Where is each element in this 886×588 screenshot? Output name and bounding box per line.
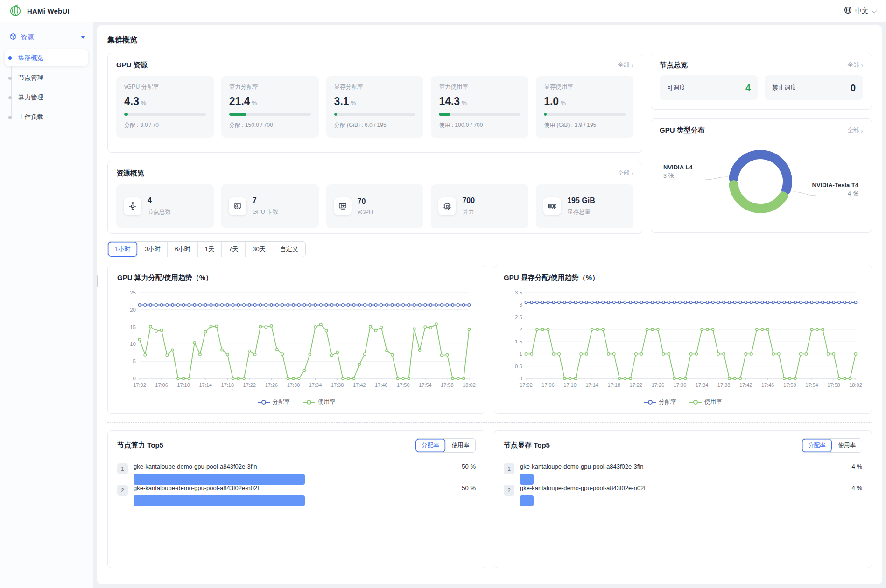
toggle-alloc-rate[interactable]: 分配率 xyxy=(802,439,832,452)
resource-label: GPU 卡数 xyxy=(253,208,279,216)
memory-trend-card: GPU 显存分配/使用趋势（%） 00.511.522.533.517:0217… xyxy=(494,265,872,414)
resource-tile-compute: 700算力 xyxy=(431,184,528,228)
toggle-usage-rate[interactable]: 使用率 xyxy=(446,439,476,452)
svg-text:17:58: 17:58 xyxy=(441,382,454,388)
sidebar-section-resources[interactable]: 资源 xyxy=(0,29,93,46)
node-compute-top5-title: 节点算力 Top5 xyxy=(117,441,163,450)
node-name: gke-kantaloupe-demo-gpu-pool-a843f02e-3f… xyxy=(520,463,644,470)
language-selector[interactable]: 中文 xyxy=(844,6,876,16)
legend-alloc-rate[interactable]: 分配率 xyxy=(644,398,677,406)
bar-track xyxy=(134,474,476,485)
svg-text:20: 20 xyxy=(130,307,136,313)
gpu-type-pie-chart[interactable]: NVIDIA L4 3 张 NVIDIA-Tesla T4 4 张 xyxy=(660,137,863,226)
legend-usage-rate[interactable]: 使用率 xyxy=(303,398,336,406)
node-tile-label: 禁止调度 xyxy=(772,84,796,92)
unschedulable-count: 0 xyxy=(851,83,856,93)
node-overview-card: 节点总览 全部 › 可调度 4 禁止调 xyxy=(651,53,872,110)
stat-detail: 分配 (GiB) : 6.0 / 195 xyxy=(334,121,416,129)
tab-7d[interactable]: 7天 xyxy=(222,242,246,257)
resource-tile-nodes: 4节点总数 xyxy=(116,184,214,228)
sidebar-item-compute-management[interactable]: 算力管理 xyxy=(0,90,88,105)
gpu-type-distribution-title: GPU 类型分布 xyxy=(660,126,705,135)
sidebar-item-workloads[interactable]: 工作负载 xyxy=(0,109,88,125)
sidebar-item-label: 节点管理 xyxy=(18,74,43,82)
tab-1h[interactable]: 1小时 xyxy=(108,242,138,257)
tab-1d[interactable]: 1天 xyxy=(198,242,222,257)
stat-value: 14.3 xyxy=(439,95,460,108)
svg-text:18:02: 18:02 xyxy=(463,382,476,388)
resource-label: 显存总量 xyxy=(567,208,595,216)
compute-trend-chart[interactable]: 051015202517:0217:0617:1017:1417:1817:22… xyxy=(117,286,476,395)
stat-tile-compute-alloc: 算力分配率 21.4% 分配 : 150.0 / 700 xyxy=(221,76,319,138)
compute-top5-toggle: 分配率 使用率 xyxy=(415,438,476,453)
time-range-tabs: 1小时 3小时 6小时 1天 7天 30天 自定义 xyxy=(107,241,306,257)
node-tile-unschedulable: 禁止调度 0 xyxy=(765,75,863,100)
resource-tile-memory: 195 GiB显存总量 xyxy=(536,184,633,228)
resource-value: 7 xyxy=(253,196,279,205)
gpu-type-all-link[interactable]: 全部 › xyxy=(847,126,863,134)
compute-trend-card: GPU 算力分配/使用趋势（%） 051015202517:0217:0617:… xyxy=(107,265,485,414)
svg-text:17:22: 17:22 xyxy=(630,382,643,388)
section-divider xyxy=(107,422,872,423)
sidebar-item-node-management[interactable]: 节点管理 xyxy=(0,70,88,86)
gpu-resources-card: GPU 资源 全部 › vGPU 分配率 4.3% 分配 : 3 xyxy=(107,53,642,153)
gpu-type-distribution-card: GPU 类型分布 全部 › NVIDIA L4 3 张 xyxy=(651,118,872,233)
bar-fill xyxy=(520,495,534,506)
stat-value: 1.0 xyxy=(544,95,559,108)
toggle-alloc-rate[interactable]: 分配率 xyxy=(415,439,446,452)
svg-text:5: 5 xyxy=(133,358,136,364)
tab-custom[interactable]: 自定义 xyxy=(273,242,305,257)
svg-text:2.5: 2.5 xyxy=(515,315,522,320)
node-name: gke-kantaloupe-demo-gpu-pool-a843f02e-n0… xyxy=(520,484,646,491)
stat-tile-vgpu-alloc: vGPU 分配率 4.3% 分配 : 3.0 / 70 xyxy=(116,76,214,138)
svg-text:17:46: 17:46 xyxy=(761,382,774,388)
bar-track xyxy=(520,474,862,485)
memory-icon xyxy=(543,197,561,215)
node-memory-top5-card: 节点显存 Top5 分配率 使用率 1 gke-kantaloupe-demo-… xyxy=(494,430,872,568)
svg-text:17:14: 17:14 xyxy=(585,382,598,388)
sidebar-item-cluster-overview[interactable]: 集群概览 xyxy=(5,49,88,66)
pie-label-nvidia-tesla-t4: NVIDIA-Tesla T4 4 张 xyxy=(812,182,858,198)
stat-detail: 分配 : 150.0 / 700 xyxy=(229,121,311,129)
resource-value: 4 xyxy=(148,196,171,205)
main-panel: 集群概览 GPU 资源 全部 › xyxy=(97,25,882,584)
memory-trend-chart[interactable]: 00.511.522.533.517:0217:0617:1017:1417:1… xyxy=(504,286,862,395)
resource-overview-title: 资源概览 xyxy=(116,169,144,178)
node-value: 4 % xyxy=(852,463,862,470)
svg-text:17:02: 17:02 xyxy=(520,382,533,388)
legend-label: 分配率 xyxy=(273,398,290,406)
stat-unit: % xyxy=(252,100,257,106)
sidebar-resize-handle[interactable] xyxy=(97,275,98,287)
legend-alloc-rate[interactable]: 分配率 xyxy=(258,398,290,406)
top5-row-1: 1 gke-kantaloupe-demo-gpu-pool-a843f02e-… xyxy=(117,463,476,474)
node-value: 4 % xyxy=(852,484,862,491)
tab-30d[interactable]: 30天 xyxy=(246,242,273,257)
stat-value: 21.4 xyxy=(229,95,250,108)
compute-trend-title: GPU 算力分配/使用趋势（%） xyxy=(117,273,476,282)
legend-label: 分配率 xyxy=(659,398,677,406)
stat-label: 算力使用率 xyxy=(439,83,520,91)
resource-overview-all-link[interactable]: 全部 › xyxy=(618,169,633,177)
gpu-resources-all-link[interactable]: 全部 › xyxy=(618,61,633,69)
svg-text:0: 0 xyxy=(133,376,136,381)
toggle-usage-rate[interactable]: 使用率 xyxy=(832,439,862,452)
resource-overview-card: 资源概览 全部 › xyxy=(107,161,642,234)
bar-fill xyxy=(134,495,305,506)
legend-line-icon xyxy=(644,399,656,405)
tab-3h[interactable]: 3小时 xyxy=(138,242,168,257)
sidebar-item-label: 集群概览 xyxy=(18,54,43,62)
legend-line-icon xyxy=(258,399,270,405)
bar-fill xyxy=(520,474,534,485)
tree-dot xyxy=(8,56,12,60)
top5-row-2: 2 gke-kantaloupe-demo-gpu-pool-a843f02e-… xyxy=(504,484,862,496)
legend-usage-rate[interactable]: 使用率 xyxy=(689,398,722,406)
progress-fill xyxy=(544,113,547,116)
stat-label: vGPU 分配率 xyxy=(124,83,206,91)
svg-text:17:42: 17:42 xyxy=(353,382,366,388)
all-link-label: 全部 xyxy=(618,61,629,69)
node-overview-all-link[interactable]: 全部 › xyxy=(847,61,863,69)
tab-6h[interactable]: 6小时 xyxy=(168,242,197,257)
node-name: gke-kantaloupe-demo-gpu-pool-a843f02e-3f… xyxy=(134,463,257,470)
chart-legend: 分配率 使用率 xyxy=(117,398,476,406)
svg-text:17:50: 17:50 xyxy=(783,382,796,388)
